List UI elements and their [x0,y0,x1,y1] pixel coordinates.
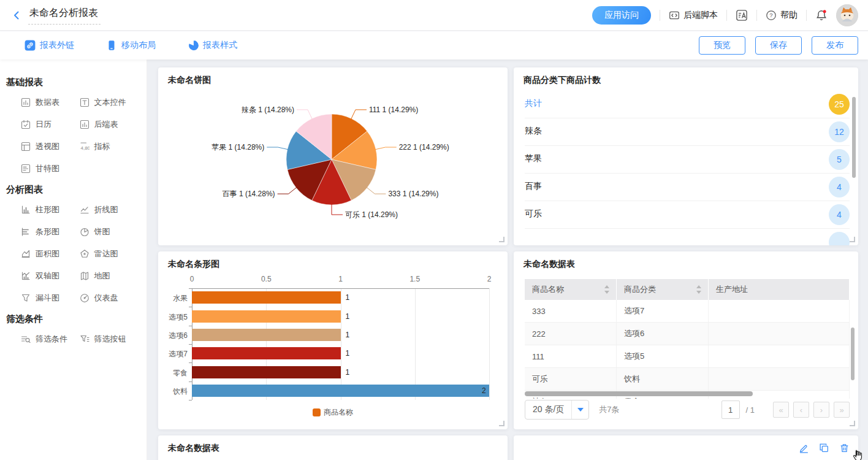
piechart-icon [188,40,199,51]
area-chart-icon [21,249,31,259]
backend-script-button[interactable]: 后端脚本 [669,10,718,21]
resize-handle[interactable] [499,237,504,242]
count-row[interactable]: 可乐4 [514,201,858,229]
sidebar-item-table[interactable]: 数据表 [21,97,80,108]
sidebar-item-backend-table[interactable]: 后端表 [80,119,139,130]
edit-toolbar: 报表外链 移动布局 报表样式 预览 保存 发布 [0,31,868,59]
sidebar-item-label: 折线图 [94,204,118,215]
report-title[interactable]: 未命名分析报表 [28,6,101,25]
sidebar-item-label: 漏斗图 [36,293,59,304]
sidebar-item-pie-chart[interactable]: 饼图 [80,226,139,237]
bar-value-label: 1 [346,293,350,302]
bottom-right-card[interactable] [514,435,858,460]
sidebar-item-calendar[interactable]: 日历 [21,119,80,130]
sidebar-item-pivot[interactable]: 透视图 [21,141,80,152]
help-button[interactable]: ? 帮助 [766,10,798,21]
count-badge [829,232,850,245]
count-row[interactable] [514,229,858,245]
page-number-input[interactable]: 1 [721,401,740,419]
column-header-3: 生产地址 [709,279,850,300]
count-row[interactable]: 苹果5 [514,146,858,174]
sidebar-item-label: 筛选按钮 [94,334,126,345]
sidebar-item-radar-chart[interactable]: 雷达图 [80,248,139,259]
column-header-1[interactable]: 商品名称 [525,279,617,300]
bar-chart-card[interactable]: 未命名条形图 00.511.52水果1选项51选项61选项71零食1饮料2 商品… [158,251,508,429]
pie-chart: 111 1 (14.29%)222 1 (14.29%)333 1 (14.29… [158,86,508,242]
back-button[interactable] [11,10,22,21]
pie-slice-label: 辣条 1 (14.28%) [242,105,294,114]
sidebar-item-map[interactable]: 地图 [80,270,139,282]
resize-handle[interactable] [499,421,504,426]
pie-slice-label: 苹果 1 (14.28%) [211,143,264,151]
gantt-icon [21,164,31,174]
first-page-button[interactable]: « [773,402,789,418]
prev-page-button[interactable]: ‹ [793,402,809,418]
count-row-label: 苹果 [525,153,542,164]
sidebar-item-metric[interactable]: 4,80指标 [80,141,139,152]
legend-item[interactable]: 商品名称 [313,407,353,418]
sidebar-item-gauge[interactable]: 仪表盘 [80,293,139,304]
sidebar-item-filter-search[interactable]: 筛选条件 [21,334,80,345]
sidebar-item-bar-chart[interactable]: 条形图 [21,226,80,237]
last-page-button[interactable]: » [834,402,850,418]
pie-chart-card[interactable]: 未命名饼图 111 1 (14.29%)222 1 (14.29%)333 1 … [158,67,508,245]
sidebar-item-line-chart[interactable]: 折线图 [80,204,139,215]
table-row: 333选项7 [525,300,850,323]
category-count-card[interactable]: 商品分类下商品计数 共计25辣条12苹果5百事4可乐4 [514,67,858,245]
sidebar-item-column-chart[interactable]: 柱形图 [21,204,80,215]
divider [726,10,727,21]
x-axis-tick: 0.5 [261,275,272,283]
report-canvas: 未命名饼图 111 1 (14.29%)222 1 (14.29%)333 1 … [147,59,868,460]
bar [192,291,341,304]
page-size-select[interactable]: 20 条/页 [525,400,589,420]
bottom-data-table-card[interactable]: 未命名数据表 [158,435,508,460]
bar-category-label: 选项6 [158,331,188,341]
mobile-layout-button[interactable]: 移动布局 [106,40,156,51]
count-row[interactable]: 共计25 [514,91,858,118]
resize-handle[interactable] [850,421,855,426]
report-style-button[interactable]: 报表样式 [188,40,237,51]
vertical-scrollbar[interactable] [852,97,856,178]
sidebar-item-text[interactable]: 文本控件 [80,97,139,108]
table-cell: 选项7 [617,300,709,322]
avatar[interactable] [836,4,858,26]
table-cell [709,323,850,345]
chevron-down-icon [571,401,588,419]
bell-icon [815,9,828,21]
copy-icon[interactable] [819,443,829,453]
language-button[interactable] [736,9,748,21]
table-icon [21,98,31,107]
column-header-2[interactable]: 商品分类 [617,279,709,300]
next-page-button[interactable]: › [813,402,829,418]
resize-handle[interactable] [850,237,855,242]
metric-icon: 4,80 [80,142,89,151]
count-row[interactable]: 百事4 [514,174,858,201]
bar-value-label: 1 [346,368,350,377]
sidebar-section-title: 基础报表 [6,77,138,88]
sidebar-item-funnel-chart[interactable]: 漏斗图 [21,293,80,304]
calendar-icon [21,120,31,129]
publish-button[interactable]: 发布 [812,36,858,55]
horizontal-scrollbar[interactable] [525,391,753,396]
text-icon [80,98,89,107]
sidebar-item-dual-axis[interactable]: 双轴图 [21,270,80,282]
app-access-button[interactable]: 应用访问 [592,6,651,25]
count-badge: 4 [829,204,850,225]
delete-icon[interactable] [839,443,850,453]
report-link-button[interactable]: 报表外链 [25,40,74,51]
sidebar-item-area-chart[interactable]: 面积图 [21,248,80,259]
sidebar-item-gantt[interactable]: 甘特图 [21,163,80,174]
edit-icon[interactable] [799,443,809,453]
data-table-card[interactable]: 未命名数据表 商品名称商品分类生产地址 333选项7222选项6111选项5可乐… [514,251,858,429]
divider [756,10,757,21]
sidebar-item-filter-button[interactable]: 筛选按钮 [80,334,139,345]
mobile-icon [106,40,117,51]
table-header-row: 商品名称商品分类生产地址 [525,279,850,300]
count-row[interactable]: 辣条12 [514,118,858,146]
vertical-scrollbar[interactable] [851,328,855,380]
preview-button[interactable]: 预览 [699,36,745,55]
sidebar-item-label: 双轴图 [36,270,59,282]
save-button[interactable]: 保存 [755,36,802,55]
notification-button[interactable] [815,9,828,21]
bar [192,347,341,359]
